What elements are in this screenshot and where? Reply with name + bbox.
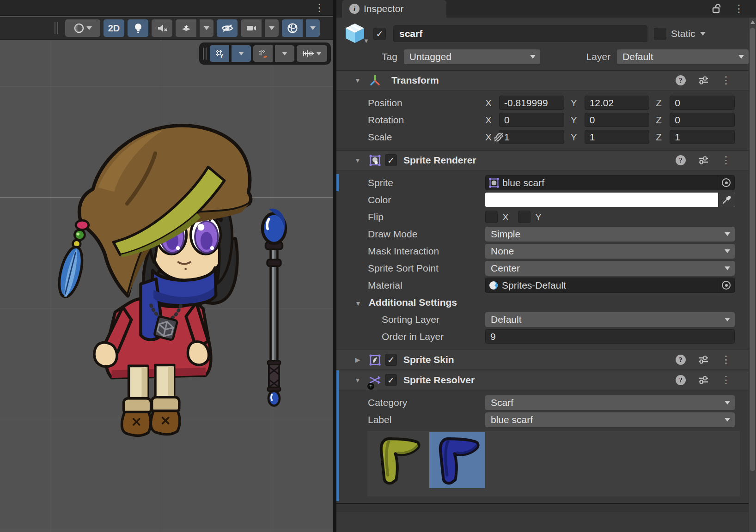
label-dropdown[interactable]: blue scarf bbox=[485, 412, 735, 427]
component-menu-kebab-icon[interactable]: ⋮ bbox=[721, 155, 731, 165]
component-menu-kebab-icon[interactable]: ⋮ bbox=[721, 355, 731, 365]
flip-y-checkbox[interactable] bbox=[518, 211, 530, 223]
scale-label: Scale bbox=[336, 132, 485, 143]
grid-snap-button[interactable] bbox=[253, 45, 273, 62]
category-dropdown[interactable]: Scarf bbox=[485, 395, 735, 410]
broken-link-icon[interactable] bbox=[493, 131, 505, 143]
thumbnail-olive-scarf[interactable] bbox=[370, 432, 426, 488]
help-icon[interactable]: ? bbox=[676, 75, 686, 85]
scale-y-field[interactable]: 1 bbox=[585, 130, 650, 144]
help-icon[interactable]: ? bbox=[676, 375, 686, 385]
presets-icon[interactable] bbox=[698, 155, 709, 166]
gizmos-button[interactable] bbox=[282, 19, 303, 37]
axis-z-label: Z bbox=[656, 115, 670, 126]
grid-snap-dropdown[interactable] bbox=[275, 45, 294, 62]
shading-mode-button[interactable] bbox=[65, 19, 100, 37]
draw-mode-dropdown[interactable]: Simple bbox=[485, 227, 735, 242]
effects-dropdown[interactable] bbox=[200, 19, 213, 37]
character-sprite[interactable] bbox=[0, 40, 333, 532]
scene-visibility-button[interactable] bbox=[217, 19, 238, 37]
camera-dropdown[interactable] bbox=[265, 19, 279, 37]
audio-mute-button[interactable] bbox=[152, 19, 172, 37]
foldout-open-icon[interactable]: ▼ bbox=[353, 77, 362, 84]
unlock-icon[interactable] bbox=[712, 3, 722, 14]
position-y-field[interactable]: 12.02 bbox=[585, 96, 650, 110]
snap-increment-button[interactable] bbox=[297, 45, 327, 62]
help-icon[interactable]: ? bbox=[676, 355, 686, 365]
position-z-field[interactable]: 0 bbox=[670, 96, 735, 110]
scroll-up-arrow-icon[interactable] bbox=[750, 20, 755, 24]
sprite-skin-header[interactable]: ▶ ✓ Sprite Skin ? ⋮ bbox=[336, 350, 749, 370]
color-label: Color bbox=[336, 194, 485, 206]
foldout-closed-icon[interactable]: ▶ bbox=[353, 356, 362, 363]
grid-visibility-dropdown[interactable] bbox=[232, 45, 251, 62]
scene-canvas[interactable]: Y bbox=[0, 40, 333, 532]
panel-splitter[interactable] bbox=[333, 0, 336, 532]
sprite-resolver-enabled-checkbox[interactable]: ✓ bbox=[385, 374, 397, 386]
static-checkbox[interactable] bbox=[654, 28, 666, 40]
tag-dropdown[interactable]: Untagged bbox=[404, 49, 540, 64]
sort-point-dropdown[interactable]: Center bbox=[485, 261, 735, 276]
scene-menu-kebab-icon[interactable]: ⋮ bbox=[314, 3, 324, 13]
chevron-down-icon bbox=[282, 52, 287, 55]
transform-header[interactable]: ▼ Transform ? ⋮ bbox=[336, 70, 749, 91]
sprite-renderer-header[interactable]: ▼ ✓ Sprite Renderer ? ⋮ bbox=[336, 150, 749, 170]
help-icon[interactable]: ? bbox=[676, 155, 686, 165]
eyedropper-button[interactable] bbox=[718, 193, 735, 207]
effects-button[interactable] bbox=[176, 19, 196, 37]
sort-point-label: Sprite Sort Point bbox=[336, 263, 485, 274]
scale-row: Scale X1 Y1 Z1 bbox=[336, 128, 749, 145]
girl-sprite bbox=[55, 126, 251, 435]
order-in-layer-field[interactable]: 9 bbox=[485, 329, 735, 344]
presets-icon[interactable] bbox=[698, 354, 709, 365]
sprite-skin-enabled-checkbox[interactable]: ✓ bbox=[385, 354, 397, 366]
camera-button[interactable] bbox=[241, 19, 262, 37]
sprite-renderer-icon bbox=[369, 154, 381, 167]
scene-lighting-button[interactable] bbox=[128, 19, 148, 37]
presets-icon[interactable] bbox=[698, 375, 709, 386]
static-dropdown-caret[interactable] bbox=[700, 32, 706, 36]
toolbar-drag-handle[interactable] bbox=[55, 22, 58, 34]
sprite-variant-strip bbox=[367, 431, 740, 496]
flip-x-checkbox[interactable] bbox=[485, 211, 498, 223]
scale-x-field[interactable]: 1 bbox=[499, 130, 564, 144]
foldout-open-icon[interactable]: ▼ bbox=[353, 376, 362, 384]
tab-inspector[interactable]: i Inspector bbox=[342, 0, 446, 18]
rotation-x-field[interactable]: 0 bbox=[499, 113, 564, 127]
order-in-layer-label: Order in Layer bbox=[336, 331, 485, 342]
rotation-y-field[interactable]: 0 bbox=[585, 113, 650, 127]
gameobject-name-field[interactable]: scarf bbox=[393, 25, 647, 42]
layer-dropdown[interactable]: Default bbox=[617, 49, 749, 64]
position-label: Position bbox=[336, 97, 485, 109]
gameobject-active-checkbox[interactable]: ✓ bbox=[373, 28, 386, 40]
sprite-resolver-header[interactable]: ▼ + ✓ Sprite Resolver ? ⋮ bbox=[336, 370, 749, 390]
additional-settings-row[interactable]: ▼ Additional Settings bbox=[336, 294, 749, 311]
object-picker-button[interactable] bbox=[718, 175, 734, 190]
toolbar-drag-handle[interactable] bbox=[203, 48, 207, 60]
component-menu-kebab-icon[interactable]: ⋮ bbox=[721, 75, 731, 85]
rotation-z-field[interactable]: 0 bbox=[670, 113, 735, 127]
scrollbar-thumb[interactable] bbox=[750, 28, 755, 471]
chevron-down-icon[interactable]: ▼ bbox=[363, 37, 369, 44]
gizmos-dropdown[interactable] bbox=[306, 19, 320, 37]
scale-z-field[interactable]: 1 bbox=[670, 130, 735, 144]
inspector-scrollbar[interactable] bbox=[749, 18, 756, 532]
sorting-layer-dropdown[interactable]: Default bbox=[485, 312, 735, 327]
foldout-open-icon[interactable]: ▼ bbox=[355, 300, 361, 307]
color-swatch[interactable] bbox=[485, 193, 735, 207]
tag-value: Untagged bbox=[409, 51, 451, 62]
inspector-menu-kebab-icon[interactable]: ⋮ bbox=[734, 4, 744, 14]
object-picker-button[interactable] bbox=[718, 278, 734, 292]
thumbnail-blue-scarf-selected[interactable] bbox=[429, 432, 485, 488]
mask-interaction-dropdown[interactable]: None bbox=[485, 244, 735, 259]
grid-visibility-button[interactable]: Y bbox=[210, 45, 229, 62]
sprite-renderer-enabled-checkbox[interactable]: ✓ bbox=[385, 154, 397, 166]
position-x-field[interactable]: -0.819999 bbox=[499, 96, 564, 110]
gameobject-cube-icon[interactable]: ▼ bbox=[343, 22, 367, 46]
2d-toggle-button[interactable]: 2D bbox=[104, 19, 124, 37]
sprite-object-field[interactable]: blue scarf bbox=[485, 175, 735, 190]
foldout-open-icon[interactable]: ▼ bbox=[353, 157, 362, 164]
component-menu-kebab-icon[interactable]: ⋮ bbox=[721, 375, 731, 385]
material-object-field[interactable]: Sprites-Default bbox=[485, 278, 735, 293]
presets-icon[interactable] bbox=[698, 75, 709, 86]
